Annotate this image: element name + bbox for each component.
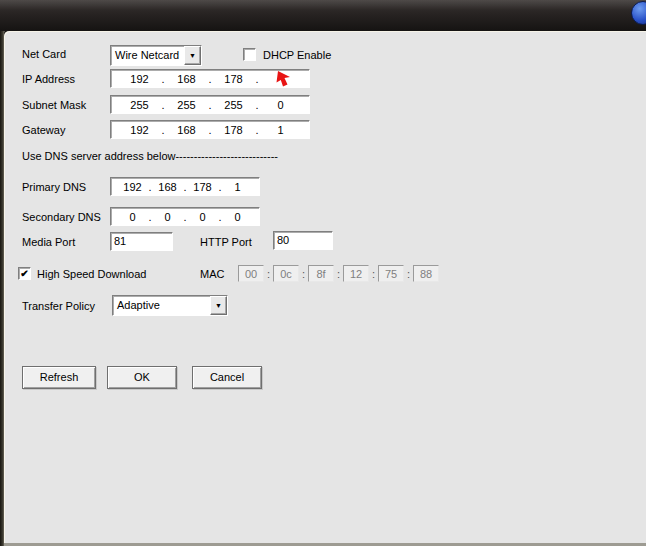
pdns-octet-2[interactable]: 168 — [154, 181, 182, 193]
subnet-mask-label: Subnet Mask — [22, 99, 86, 111]
gateway-dot: . — [207, 124, 214, 136]
dns-section-header: Use DNS server address below------------… — [22, 150, 278, 162]
mac-segment-2: 0c — [273, 265, 299, 282]
media-port-label: Media Port — [22, 236, 75, 248]
net-card-label: Net Card — [22, 48, 66, 60]
pdns-dot: . — [147, 181, 154, 193]
mac-address-group: 00 : 0c : 8f : 12 : 75 : 88 — [238, 265, 439, 282]
transfer-policy-selected-value: Adaptive — [113, 296, 210, 315]
pdns-octet-1[interactable]: 192 — [119, 181, 147, 193]
subnet-dot: . — [254, 99, 261, 111]
gateway-dot: . — [254, 124, 261, 136]
sdns-octet-1[interactable]: 0 — [119, 211, 147, 223]
gateway-octet-1[interactable]: 192 — [120, 124, 160, 136]
mac-label: MAC — [200, 268, 224, 280]
net-card-selected-value: Wire Netcard — [111, 46, 184, 65]
mac-segment-5: 75 — [378, 265, 404, 282]
dialog-panel — [0, 27, 646, 546]
pdns-octet-3[interactable]: 178 — [189, 181, 217, 193]
http-port-label: HTTP Port — [200, 236, 252, 248]
sdns-octet-3[interactable]: 0 — [189, 211, 217, 223]
network-settings-window: Net Card Wire Netcard ▼ DHCP Enable IP A… — [0, 0, 646, 546]
sdns-dot: . — [217, 211, 224, 223]
checkmark-icon: ✔ — [20, 269, 28, 279]
transfer-policy-dropdown[interactable]: Adaptive ▼ — [112, 295, 228, 316]
subnet-octet-3[interactable]: 255 — [214, 99, 254, 111]
mac-segment-4: 12 — [343, 265, 369, 282]
sdns-dot: . — [147, 211, 154, 223]
dhcp-checkbox[interactable] — [243, 48, 256, 61]
subnet-dot: . — [207, 99, 214, 111]
mac-segment-6: 88 — [413, 265, 439, 282]
gateway-label: Gateway — [22, 124, 65, 136]
dhcp-label: DHCP Enable — [263, 49, 331, 61]
http-port-field[interactable]: 80 — [273, 231, 333, 250]
ok-button[interactable]: OK — [107, 366, 177, 389]
sdns-dot: . — [182, 211, 189, 223]
primary-dns-field[interactable]: 192 . 168 . 178 . 1 — [110, 177, 260, 196]
ip-address-label: IP Address — [22, 73, 75, 85]
mac-colon: : — [369, 268, 378, 280]
transfer-policy-dropdown-arrow-icon[interactable]: ▼ — [210, 296, 227, 315]
primary-dns-label: Primary DNS — [22, 181, 86, 193]
secondary-dns-field[interactable]: 0 . 0 . 0 . 0 — [110, 207, 260, 226]
ip-dot: . — [160, 73, 167, 85]
sdns-octet-2[interactable]: 0 — [154, 211, 182, 223]
subnet-octet-4[interactable]: 0 — [261, 99, 301, 111]
refresh-button[interactable]: Refresh — [22, 366, 96, 389]
titlebar-gloss — [0, 0, 646, 10]
mac-colon: : — [404, 268, 413, 280]
secondary-dns-label: Secondary DNS — [22, 211, 101, 223]
gateway-octet-4[interactable]: 1 — [261, 124, 301, 136]
dialog-left-frame — [0, 27, 4, 546]
media-port-field[interactable]: 81 — [110, 232, 173, 251]
pdns-dot: . — [182, 181, 189, 193]
high-speed-download-checkbox[interactable]: ✔ — [18, 267, 31, 280]
sdns-octet-4[interactable]: 0 — [224, 211, 252, 223]
gateway-dot: . — [160, 124, 167, 136]
mac-colon: : — [264, 268, 273, 280]
high-speed-download-label: High Speed Download — [37, 268, 146, 280]
ip-address-field[interactable]: 192 . 168 . 178 . — [110, 69, 310, 88]
gateway-field[interactable]: 192 . 168 . 178 . 1 — [110, 120, 310, 139]
gateway-octet-3[interactable]: 178 — [214, 124, 254, 136]
pdns-octet-4[interactable]: 1 — [224, 181, 252, 193]
net-card-dropdown[interactable]: Wire Netcard ▼ — [110, 45, 202, 66]
subnet-octet-1[interactable]: 255 — [120, 99, 160, 111]
gateway-octet-2[interactable]: 168 — [167, 124, 207, 136]
mac-segment-3: 8f — [308, 265, 334, 282]
ip-dot: . — [207, 73, 214, 85]
red-mouse-cursor-icon — [275, 70, 295, 88]
subnet-octet-2[interactable]: 255 — [167, 99, 207, 111]
ip-octet-1[interactable]: 192 — [120, 73, 160, 85]
cancel-button[interactable]: Cancel — [192, 366, 262, 389]
transfer-policy-label: Transfer Policy — [22, 300, 95, 312]
titlebar — [0, 0, 646, 31]
mac-colon: : — [334, 268, 343, 280]
ip-dot: . — [254, 73, 261, 85]
ip-octet-2[interactable]: 168 — [167, 73, 207, 85]
net-card-dropdown-arrow-icon[interactable]: ▼ — [184, 46, 201, 65]
mac-segment-1: 00 — [238, 265, 264, 282]
ip-octet-3[interactable]: 178 — [214, 73, 254, 85]
pdns-dot: . — [217, 181, 224, 193]
subnet-dot: . — [160, 99, 167, 111]
mac-colon: : — [299, 268, 308, 280]
subnet-mask-field[interactable]: 255 . 255 . 255 . 0 — [110, 95, 310, 114]
